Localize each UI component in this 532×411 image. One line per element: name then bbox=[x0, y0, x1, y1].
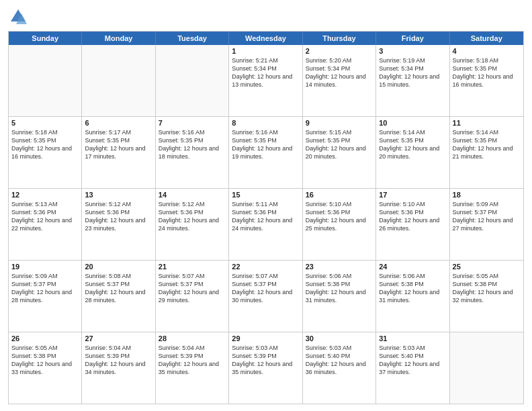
cell-info: Sunrise: 5:09 AM Sunset: 5:37 PM Dayligh… bbox=[11, 272, 79, 305]
day-number: 18 bbox=[453, 191, 521, 199]
cell-info: Sunrise: 5:12 AM Sunset: 5:36 PM Dayligh… bbox=[85, 200, 152, 233]
day-number: 26 bbox=[11, 334, 79, 342]
week-row-4: 26Sunrise: 5:05 AM Sunset: 5:38 PM Dayli… bbox=[9, 332, 523, 404]
calendar-cell bbox=[450, 332, 523, 404]
logo bbox=[8, 7, 31, 27]
week-row-1: 5Sunrise: 5:18 AM Sunset: 5:35 PM Daylig… bbox=[9, 117, 523, 189]
calendar-cell: 21Sunrise: 5:07 AM Sunset: 5:37 PM Dayli… bbox=[156, 261, 229, 332]
calendar-cell: 17Sunrise: 5:10 AM Sunset: 5:36 PM Dayli… bbox=[376, 189, 449, 260]
day-number: 2 bbox=[306, 47, 373, 55]
calendar-cell: 12Sunrise: 5:13 AM Sunset: 5:36 PM Dayli… bbox=[9, 189, 82, 260]
cell-info: Sunrise: 5:09 AM Sunset: 5:37 PM Dayligh… bbox=[453, 200, 521, 233]
week-row-2: 12Sunrise: 5:13 AM Sunset: 5:36 PM Dayli… bbox=[9, 189, 523, 261]
week-row-0: 1Sunrise: 5:21 AM Sunset: 5:34 PM Daylig… bbox=[9, 45, 523, 117]
calendar-body: 1Sunrise: 5:21 AM Sunset: 5:34 PM Daylig… bbox=[9, 45, 523, 404]
day-number: 14 bbox=[159, 191, 226, 199]
calendar-cell: 28Sunrise: 5:04 AM Sunset: 5:39 PM Dayli… bbox=[156, 332, 229, 404]
cell-info: Sunrise: 5:03 AM Sunset: 5:39 PM Dayligh… bbox=[232, 344, 299, 377]
calendar-cell: 6Sunrise: 5:17 AM Sunset: 5:35 PM Daylig… bbox=[82, 117, 155, 188]
cell-info: Sunrise: 5:06 AM Sunset: 5:38 PM Dayligh… bbox=[379, 272, 446, 305]
calendar-cell: 31Sunrise: 5:03 AM Sunset: 5:40 PM Dayli… bbox=[376, 332, 449, 404]
day-number: 5 bbox=[11, 119, 79, 127]
cell-info: Sunrise: 5:06 AM Sunset: 5:38 PM Dayligh… bbox=[306, 272, 373, 305]
header-thursday: Thursday bbox=[303, 32, 376, 45]
cell-info: Sunrise: 5:10 AM Sunset: 5:36 PM Dayligh… bbox=[379, 200, 446, 233]
cell-info: Sunrise: 5:17 AM Sunset: 5:35 PM Dayligh… bbox=[85, 128, 152, 161]
calendar-cell: 5Sunrise: 5:18 AM Sunset: 5:35 PM Daylig… bbox=[9, 117, 82, 188]
calendar-cell: 27Sunrise: 5:04 AM Sunset: 5:39 PM Dayli… bbox=[82, 332, 155, 404]
cell-info: Sunrise: 5:14 AM Sunset: 5:35 PM Dayligh… bbox=[453, 128, 521, 161]
cell-info: Sunrise: 5:16 AM Sunset: 5:35 PM Dayligh… bbox=[159, 128, 226, 161]
day-number: 29 bbox=[232, 334, 299, 342]
day-number: 8 bbox=[232, 119, 299, 127]
calendar-cell bbox=[156, 45, 229, 116]
calendar-cell: 10Sunrise: 5:14 AM Sunset: 5:35 PM Dayli… bbox=[376, 117, 449, 188]
cell-info: Sunrise: 5:12 AM Sunset: 5:36 PM Dayligh… bbox=[159, 200, 226, 233]
day-number: 25 bbox=[453, 263, 521, 271]
calendar-cell: 8Sunrise: 5:16 AM Sunset: 5:35 PM Daylig… bbox=[229, 117, 302, 188]
calendar-cell: 4Sunrise: 5:18 AM Sunset: 5:35 PM Daylig… bbox=[450, 45, 523, 116]
day-number: 4 bbox=[453, 47, 521, 55]
cell-info: Sunrise: 5:20 AM Sunset: 5:34 PM Dayligh… bbox=[306, 56, 373, 89]
calendar-cell: 29Sunrise: 5:03 AM Sunset: 5:39 PM Dayli… bbox=[229, 332, 302, 404]
calendar-cell: 20Sunrise: 5:08 AM Sunset: 5:37 PM Dayli… bbox=[82, 261, 155, 332]
page: SundayMondayTuesdayWednesdayThursdayFrid… bbox=[0, 0, 532, 411]
calendar-cell: 3Sunrise: 5:19 AM Sunset: 5:34 PM Daylig… bbox=[376, 45, 449, 116]
cell-info: Sunrise: 5:04 AM Sunset: 5:39 PM Dayligh… bbox=[159, 344, 226, 377]
header-tuesday: Tuesday bbox=[156, 32, 229, 45]
day-number: 11 bbox=[453, 119, 521, 127]
cell-info: Sunrise: 5:07 AM Sunset: 5:37 PM Dayligh… bbox=[232, 272, 299, 305]
day-number: 1 bbox=[232, 47, 299, 55]
cell-info: Sunrise: 5:05 AM Sunset: 5:38 PM Dayligh… bbox=[11, 344, 79, 377]
day-number: 28 bbox=[159, 334, 226, 342]
calendar-cell: 25Sunrise: 5:05 AM Sunset: 5:38 PM Dayli… bbox=[450, 261, 523, 332]
header-friday: Friday bbox=[376, 32, 449, 45]
header-monday: Monday bbox=[82, 32, 155, 45]
day-number: 23 bbox=[306, 263, 373, 271]
day-number: 3 bbox=[379, 47, 446, 55]
cell-info: Sunrise: 5:14 AM Sunset: 5:35 PM Dayligh… bbox=[379, 128, 446, 161]
cell-info: Sunrise: 5:08 AM Sunset: 5:37 PM Dayligh… bbox=[85, 272, 152, 305]
calendar-cell: 23Sunrise: 5:06 AM Sunset: 5:38 PM Dayli… bbox=[303, 261, 376, 332]
calendar-cell bbox=[9, 45, 82, 116]
day-number: 16 bbox=[306, 191, 373, 199]
calendar-cell: 14Sunrise: 5:12 AM Sunset: 5:36 PM Dayli… bbox=[156, 189, 229, 260]
logo-icon bbox=[8, 7, 28, 27]
cell-info: Sunrise: 5:10 AM Sunset: 5:36 PM Dayligh… bbox=[306, 200, 373, 233]
cell-info: Sunrise: 5:13 AM Sunset: 5:36 PM Dayligh… bbox=[11, 200, 79, 233]
day-number: 21 bbox=[159, 263, 226, 271]
day-number: 12 bbox=[11, 191, 79, 199]
calendar: SundayMondayTuesdayWednesdayThursdayFrid… bbox=[8, 31, 524, 404]
week-row-3: 19Sunrise: 5:09 AM Sunset: 5:37 PM Dayli… bbox=[9, 261, 523, 332]
header-saturday: Saturday bbox=[450, 32, 523, 45]
cell-info: Sunrise: 5:11 AM Sunset: 5:36 PM Dayligh… bbox=[232, 200, 299, 233]
calendar-cell: 16Sunrise: 5:10 AM Sunset: 5:36 PM Dayli… bbox=[303, 189, 376, 260]
cell-info: Sunrise: 5:15 AM Sunset: 5:35 PM Dayligh… bbox=[306, 128, 373, 161]
calendar-cell: 11Sunrise: 5:14 AM Sunset: 5:35 PM Dayli… bbox=[450, 117, 523, 188]
calendar-cell: 18Sunrise: 5:09 AM Sunset: 5:37 PM Dayli… bbox=[450, 189, 523, 260]
calendar-cell: 7Sunrise: 5:16 AM Sunset: 5:35 PM Daylig… bbox=[156, 117, 229, 188]
cell-info: Sunrise: 5:04 AM Sunset: 5:39 PM Dayligh… bbox=[85, 344, 152, 377]
calendar-cell: 15Sunrise: 5:11 AM Sunset: 5:36 PM Dayli… bbox=[229, 189, 302, 260]
calendar-cell: 22Sunrise: 5:07 AM Sunset: 5:37 PM Dayli… bbox=[229, 261, 302, 332]
cell-info: Sunrise: 5:16 AM Sunset: 5:35 PM Dayligh… bbox=[232, 128, 299, 161]
day-number: 24 bbox=[379, 263, 446, 271]
cell-info: Sunrise: 5:07 AM Sunset: 5:37 PM Dayligh… bbox=[159, 272, 226, 305]
calendar-cell: 19Sunrise: 5:09 AM Sunset: 5:37 PM Dayli… bbox=[9, 261, 82, 332]
day-number: 10 bbox=[379, 119, 446, 127]
calendar-cell: 24Sunrise: 5:06 AM Sunset: 5:38 PM Dayli… bbox=[376, 261, 449, 332]
cell-info: Sunrise: 5:03 AM Sunset: 5:40 PM Dayligh… bbox=[379, 344, 446, 377]
cell-info: Sunrise: 5:21 AM Sunset: 5:34 PM Dayligh… bbox=[232, 56, 299, 89]
header bbox=[8, 7, 524, 27]
cell-info: Sunrise: 5:03 AM Sunset: 5:40 PM Dayligh… bbox=[306, 344, 373, 377]
day-number: 22 bbox=[232, 263, 299, 271]
calendar-cell: 26Sunrise: 5:05 AM Sunset: 5:38 PM Dayli… bbox=[9, 332, 82, 404]
day-number: 7 bbox=[159, 119, 226, 127]
cell-info: Sunrise: 5:18 AM Sunset: 5:35 PM Dayligh… bbox=[453, 56, 521, 89]
day-number: 27 bbox=[85, 334, 152, 342]
cell-info: Sunrise: 5:05 AM Sunset: 5:38 PM Dayligh… bbox=[453, 272, 521, 305]
day-number: 15 bbox=[232, 191, 299, 199]
header-wednesday: Wednesday bbox=[229, 32, 302, 45]
header-sunday: Sunday bbox=[9, 32, 82, 45]
day-number: 30 bbox=[306, 334, 373, 342]
